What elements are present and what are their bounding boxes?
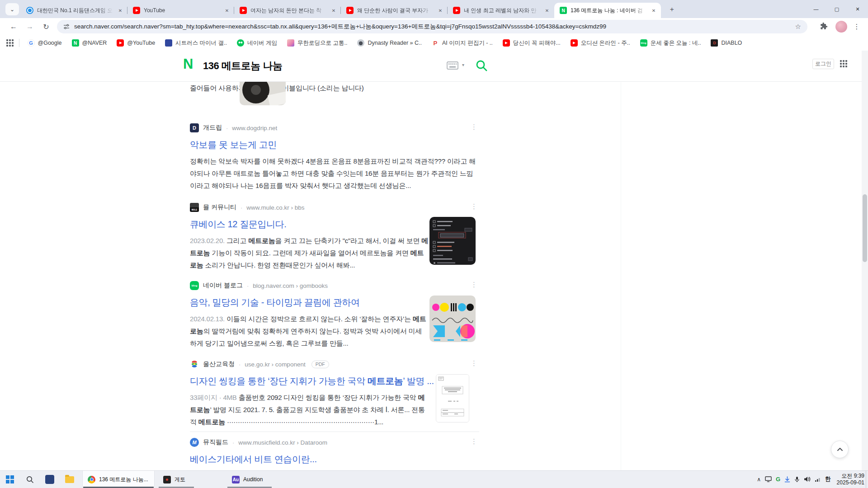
result-thumbnail[interactable] — [429, 296, 476, 342]
address-bar[interactable]: search.naver.com/search.naver?sm=tab_hty… — [57, 20, 807, 33]
display-tray-icon[interactable] — [765, 476, 772, 482]
result-source-row[interactable]: MULE 뮬 커뮤니티 · www.mule.co.kr › bbs — [190, 202, 479, 212]
volume-tray-icon[interactable] — [804, 476, 811, 482]
bookmark-ai-image-editor[interactable]: PAI 이미지 편집기 - .. — [432, 39, 493, 47]
browser-tab-audition-site[interactable]: 대한민국 No.1 리듬댄스게임 오 ✕ — [21, 3, 127, 18]
clock-date: 2025-09-01 — [837, 479, 864, 486]
browser-tab-youtube-video2[interactable]: 왜 단순한 사람이 결국 부자가 ✕ — [341, 3, 448, 18]
windows-taskbar: 136 메트로놈 나눔... 게토 Au Audition — [0, 470, 868, 488]
minimize-button[interactable]: — — [806, 0, 826, 18]
result-source-row[interactable]: D 개드립 · www.dogdrip.net — [190, 123, 479, 133]
result-source-row[interactable]: blog 네이버 블로그 · blog.naver.com › gombooks — [190, 281, 479, 291]
result-title-link[interactable]: 악보를 못 보는게 고민 — [190, 139, 479, 151]
result-snippet: 2024.02.13. 이들의 시간은 정박으로 흐르지 않는다. 소위 ‘잘하… — [190, 313, 429, 349]
download-tray-icon[interactable] — [784, 476, 790, 483]
bookmark-star-icon[interactable]: ☆ — [795, 23, 801, 31]
bookmark-fortune[interactable]: blog운세 좋은 오늘 : 네.. — [640, 39, 701, 47]
tab-close-icon[interactable]: ✕ — [543, 7, 551, 14]
taskbar-window-geto[interactable]: 게토 — [158, 471, 194, 488]
source-url: www.musicfield.co.kr › Dataroom — [238, 439, 327, 446]
profile-avatar[interactable] — [835, 21, 847, 33]
desktop-screen: ⌄ 대한민국 No.1 리듬댄스게임 오 ✕ YouTube ✕ 여자는 남자의… — [0, 0, 868, 488]
site-info-icon[interactable] — [63, 23, 70, 30]
bookmark-naver[interactable]: N@NAVER — [72, 39, 107, 47]
search-query-input[interactable]: 136 메트로놈 나눔 — [203, 59, 282, 73]
pinned-app-icon[interactable] — [40, 471, 60, 488]
file-explorer-icon[interactable] — [60, 471, 80, 488]
naver-search-page: 줄어들어 사용하지않고 있는 케이블입니다 (소리는 납니다) D 개드립 · … — [0, 51, 862, 470]
browser-tab-youtube[interactable]: YouTube ✕ — [127, 3, 234, 18]
tab-close-icon[interactable]: ✕ — [330, 7, 337, 14]
naver-logo[interactable]: N — [183, 56, 193, 72]
keyboard-caret-icon[interactable]: ▾ — [462, 62, 464, 67]
tab-close-icon[interactable]: ✕ — [117, 7, 124, 14]
forward-button[interactable]: → — [24, 20, 36, 33]
bookmark-youtube-video1[interactable]: 당신이 꼭 피해야... — [503, 39, 561, 47]
bookmark-label: @Google — [38, 40, 62, 46]
taskbar-window-chrome[interactable]: 136 메트로놈 나눔... — [82, 471, 155, 488]
tab-search-button[interactable]: ⌄ — [5, 3, 19, 15]
result-menu-icon[interactable]: ⋮ — [471, 359, 477, 367]
result-thumbnail[interactable] — [240, 82, 286, 105]
mic-tray-icon[interactable] — [794, 476, 800, 483]
show-desktop-button[interactable] — [866, 471, 868, 488]
browser-tab-naver-search-active[interactable]: N 136 메트로놈 나눔 : 네이버 검 ✕ — [554, 3, 661, 18]
source-url: www.mule.co.kr › bbs — [246, 204, 304, 211]
result-title-link[interactable]: 베이스기타에서 비트 연습이란... — [190, 453, 479, 465]
page-scrollbar[interactable] — [862, 51, 868, 470]
tab-title: 왜 단순한 사람이 결국 부자가 — [357, 7, 433, 14]
result-thumbnail[interactable] — [436, 374, 469, 422]
tab-close-icon[interactable]: ✕ — [223, 7, 231, 14]
maximize-button[interactable]: ▢ — [826, 0, 847, 18]
browser-menu-icon[interactable]: ⋮ — [851, 21, 863, 33]
bookmark-label: DIABLO — [721, 40, 742, 46]
result-thumbnail[interactable] — [429, 217, 476, 265]
start-button[interactable] — [0, 471, 20, 488]
hidden-icons-chevron[interactable]: ∧ — [757, 476, 761, 483]
app-tile-icon — [45, 475, 54, 484]
result-source-row[interactable]: M 뮤직필드 · www.musicfield.co.kr › Dataroom — [190, 437, 479, 447]
search-submit-icon[interactable] — [475, 59, 488, 74]
back-button[interactable]: ← — [7, 20, 20, 33]
result-menu-icon[interactable]: ⋮ — [471, 281, 477, 289]
youtube-favicon — [133, 7, 140, 14]
g-app-tray-icon[interactable]: G — [776, 476, 780, 483]
bookmark-google[interactable]: G@Google — [28, 39, 62, 47]
bookmark-youtube[interactable]: @YouTube — [117, 39, 155, 47]
tab-title: 136 메트로놈 나눔 : 네이버 검 — [571, 7, 646, 14]
taskbar-search-icon[interactable] — [20, 471, 40, 488]
url-text[interactable]: search.naver.com/search.naver?sm=tab_hty… — [74, 23, 791, 31]
login-button[interactable]: 로그인 — [812, 59, 834, 69]
apps-grid-icon[interactable] — [6, 39, 14, 47]
tab-close-icon[interactable]: ✕ — [437, 7, 444, 14]
reload-button[interactable]: ↻ — [40, 20, 52, 33]
extensions-icon[interactable] — [819, 22, 828, 33]
result-source-row[interactable]: 울산교육청 · use.go.kr › component PDF — [190, 359, 479, 369]
bookmark-naver-game[interactable]: 네이버 게임 — [237, 39, 277, 47]
dynasty-favicon — [357, 39, 364, 47]
bookmark-label: AI 이미지 편집기 - .. — [442, 39, 493, 47]
result-menu-icon[interactable]: ⋮ — [471, 202, 477, 211]
scrollbar-thumb[interactable] — [863, 194, 867, 262]
bookmark-audition-online[interactable]: 오디션 온라인 - 주.. — [571, 39, 630, 47]
bookmark-citrus-gallery[interactable]: 시트러스 마이너 갤.. — [165, 39, 227, 47]
bookmark-art[interactable]: 무한로딩으로 고통.. — [287, 39, 347, 47]
network-tray-icon[interactable] — [815, 477, 821, 482]
naver-services-grid-icon[interactable] — [840, 60, 847, 67]
taskbar-window-audition[interactable]: Au Audition — [227, 471, 272, 488]
bookmark-diablo[interactable]: DDIABLO — [711, 39, 742, 47]
back-to-top-button[interactable] — [831, 441, 849, 458]
browser-tab-youtube-video1[interactable]: 여자는 남자의 돈만 본다는 착 ✕ — [234, 3, 341, 18]
browser-tab-youtube-video3[interactable]: 내 인생 최고 레벨의 남자와 만 ✕ — [448, 3, 554, 18]
tab-close-icon[interactable]: ✕ — [650, 7, 657, 14]
taskbar-clock[interactable]: 오전 9:39 2025-09-01 — [837, 473, 864, 486]
bookmark-dynasty-reader[interactable]: Dynasty Reader » C.. — [357, 39, 422, 47]
keyboard-icon[interactable] — [447, 61, 458, 71]
result-menu-icon[interactable]: ⋮ — [471, 123, 477, 131]
new-tab-button[interactable]: ＋ — [665, 3, 678, 15]
result-menu-icon[interactable]: ⋮ — [471, 437, 477, 446]
youtube-favicon — [346, 7, 354, 14]
p-letter-favicon: P — [432, 39, 439, 47]
close-button[interactable]: ✕ — [847, 0, 868, 18]
ime-indicator[interactable]: 한 — [825, 475, 831, 483]
